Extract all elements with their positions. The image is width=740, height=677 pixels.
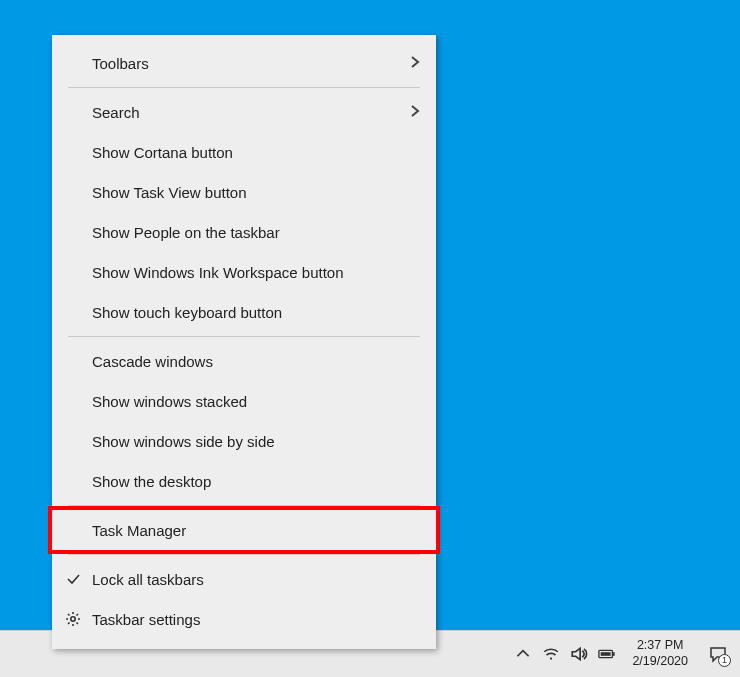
menu-item-show-desktop[interactable]: Show the desktop [52,461,436,501]
tray-overflow-icon[interactable] [514,645,532,663]
menu-item-toolbars[interactable]: Toolbars [52,43,436,83]
menu-item-task-manager[interactable]: Task Manager [52,510,436,550]
svg-point-5 [71,617,75,621]
menu-item-label: Taskbar settings [92,611,420,628]
action-center-icon[interactable]: 1 [704,640,732,668]
menu-item-cascade[interactable]: Cascade windows [52,341,436,381]
svg-point-0 [550,657,552,659]
battery-icon[interactable] [598,645,616,663]
menu-item-stacked[interactable]: Show windows stacked [52,381,436,421]
menu-item-label: Show People on the taskbar [92,224,420,241]
taskbar-context-menu: ToolbarsSearchShow Cortana buttonShow Ta… [52,35,436,649]
menu-separator [68,336,420,337]
menu-item-label: Show windows side by side [92,433,420,450]
menu-item-label: Show windows stacked [92,393,420,410]
menu-separator [68,505,420,506]
chevron-right-icon [404,104,420,121]
gear-icon [64,610,82,628]
chevron-right-icon [404,55,420,72]
menu-item-label: Task Manager [92,522,420,539]
menu-item-lock-taskbars[interactable]: Lock all taskbars [52,559,436,599]
clock-time: 2:37 PM [632,638,688,654]
menu-item-label: Lock all taskbars [92,571,420,588]
menu-item-label: Show Task View button [92,184,420,201]
system-tray: 2:37 PM 2/19/2020 1 [514,638,740,669]
volume-icon[interactable] [570,645,588,663]
menu-item-show-ink[interactable]: Show Windows Ink Workspace button [52,252,436,292]
svg-marker-1 [573,648,581,659]
menu-item-label: Cascade windows [92,353,420,370]
menu-separator [68,554,420,555]
taskbar-clock[interactable]: 2:37 PM 2/19/2020 [626,638,694,669]
menu-separator [68,87,420,88]
menu-item-label: Show the desktop [92,473,420,490]
menu-item-search[interactable]: Search [52,92,436,132]
menu-item-sidebyside[interactable]: Show windows side by side [52,421,436,461]
menu-item-label: Toolbars [92,55,404,72]
menu-item-show-taskview[interactable]: Show Task View button [52,172,436,212]
svg-rect-3 [613,652,615,656]
menu-item-show-people[interactable]: Show People on the taskbar [52,212,436,252]
menu-item-show-cortana[interactable]: Show Cortana button [52,132,436,172]
menu-item-label: Show touch keyboard button [92,304,420,321]
menu-item-label: Show Cortana button [92,144,420,161]
menu-item-label: Show Windows Ink Workspace button [92,264,420,281]
notification-badge: 1 [718,654,731,667]
check-icon [64,570,82,588]
menu-item-taskbar-settings[interactable]: Taskbar settings [52,599,436,639]
clock-date: 2/19/2020 [632,654,688,670]
wifi-icon[interactable] [542,645,560,663]
menu-item-label: Search [92,104,404,121]
menu-item-show-touchkb[interactable]: Show touch keyboard button [52,292,436,332]
svg-rect-4 [601,652,611,656]
